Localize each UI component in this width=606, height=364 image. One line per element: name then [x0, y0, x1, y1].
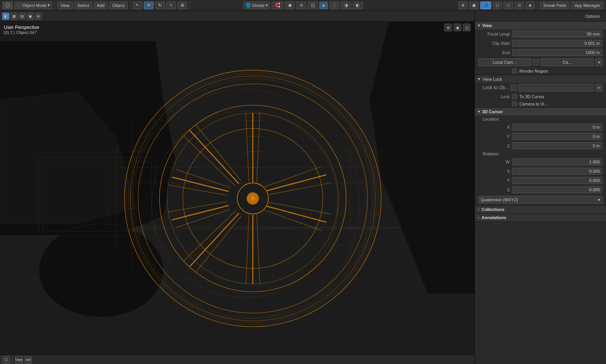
cursor-z-value[interactable]: 0 m: [512, 142, 602, 149]
object-menu[interactable]: Object: [109, 2, 128, 9]
tool-cursor[interactable]: ↖: [133, 2, 142, 9]
tool-transform[interactable]: ⊞: [178, 2, 187, 9]
lock-3d-cursor-row: Lock To 3D Cursor: [475, 93, 606, 100]
focal-length-value[interactable]: 50 mm: [512, 31, 602, 37]
cursor-3d-header[interactable]: ▾ 3D Cursor: [475, 108, 606, 116]
camera-close-btn[interactable]: ✕: [595, 58, 603, 66]
tool-move[interactable]: ✛: [144, 2, 154, 9]
tool-icon-5[interactable]: ⊞: [35, 13, 42, 20]
view-section-header[interactable]: ▾ View: [475, 22, 606, 29]
clip-start-label: Clip Start: [479, 41, 510, 46]
vp-editor-type[interactable]: ⬡: [2, 356, 10, 364]
view-section: ▾ View Focal Lengt 50 mm Clip Start 0.00…: [475, 22, 606, 75]
view-lock-section: ▾ View Lock Lock to Ob... ✏ Lock To 3D C…: [475, 75, 606, 108]
cursor-w-value[interactable]: 1.000: [512, 158, 602, 165]
local-cam-row: Local Cam... Ca... ✕: [475, 57, 606, 67]
viewport-area[interactable]: User Perspective (0) 2 | Object.047 ⊕ ◉ …: [0, 22, 475, 364]
editor-icon-7[interactable]: ◈: [526, 2, 535, 9]
overlay-tool[interactable]: ⊙: [297, 2, 306, 9]
camera-btn[interactable]: Ca...: [541, 58, 594, 66]
shading-material[interactable]: ◑: [341, 2, 351, 9]
xray-tool[interactable]: ◫: [308, 2, 318, 9]
vp-xray-toggle[interactable]: ◫: [463, 24, 471, 31]
vp-overlay-toggle[interactable]: ◉: [454, 24, 461, 31]
editor-icon-3[interactable]: 🔵: [480, 2, 491, 9]
editor-icon-1[interactable]: ⊕: [458, 2, 468, 9]
tool-scale[interactable]: ⤡: [166, 2, 176, 9]
cursor-rx-value[interactable]: 0.000: [512, 168, 602, 175]
right-panel-header: Options: [475, 11, 606, 22]
mode-label: Object Mode: [22, 3, 46, 8]
collections-section: › Collections: [475, 206, 606, 214]
cursor-ry-value[interactable]: 0.000: [512, 177, 602, 184]
location-header-label: Location:: [479, 117, 500, 121]
annotations-arrow: ›: [478, 216, 479, 219]
editor-icon-4[interactable]: ◻: [493, 2, 502, 9]
render-region-checkbox[interactable]: [512, 68, 517, 73]
proportional-edit[interactable]: ◉: [285, 2, 295, 9]
viewport-header-toolbar: ◧ ▦ ▤ ▣ ⊞: [0, 11, 475, 22]
shading-wire[interactable]: ◌: [329, 2, 340, 9]
sneak-peek-button[interactable]: Sneak Peek: [540, 2, 570, 9]
lock-obj-checkbox[interactable]: [510, 85, 517, 91]
globe-icon: 🌐: [246, 3, 251, 8]
clip-end-value[interactable]: 1000 m: [512, 49, 602, 56]
clip-start-row: Clip Start 0.001 m: [475, 39, 606, 48]
vp-select-menu-bottom[interactable]: Sel: [24, 356, 32, 364]
camera-to-vi-label: Camera to Vi...: [519, 102, 548, 106]
cursor-rz-label: Z: [479, 187, 510, 192]
editor-icon-2[interactable]: ▣: [469, 2, 479, 9]
camera-to-vi-checkbox[interactable]: [512, 101, 517, 106]
cursor-ry-label: Y: [479, 178, 510, 183]
annotations-header[interactable]: › Annotations: [475, 214, 606, 221]
shading-render[interactable]: ◐: [353, 2, 363, 9]
tool-rotate[interactable]: ↻: [155, 2, 165, 9]
tool-icon-4[interactable]: ▣: [27, 13, 34, 20]
object-mode-dropdown[interactable]: ⬛ Object Mode ▾: [14, 2, 52, 9]
cursor-rz-value[interactable]: 0.000: [512, 186, 602, 193]
transform-dropdown[interactable]: 🌐 Global ▾: [243, 2, 270, 9]
vp-view-menu[interactable]: View: [15, 356, 23, 364]
rotation-mode-arrow: ▾: [598, 197, 600, 202]
render-region-row: Render Region: [475, 67, 606, 75]
cursor-x-value[interactable]: 0 m: [512, 124, 602, 131]
to-3d-cursor-label: To 3D Cursor: [519, 94, 545, 99]
editor-icon-5[interactable]: ⬡: [504, 2, 513, 9]
collections-header[interactable]: › Collections: [475, 206, 606, 213]
view-menu[interactable]: View: [57, 2, 73, 9]
clip-start-value[interactable]: 0.001 m: [512, 40, 602, 47]
camera-to-view-row: Camera to Vi...: [475, 100, 606, 107]
vp-gizmo-toggle[interactable]: ⊕: [444, 24, 452, 31]
tool-icon-3[interactable]: ▤: [19, 13, 26, 20]
view-lock-header[interactable]: ▾ View Lock: [475, 75, 606, 83]
collections-arrow: ›: [478, 208, 479, 211]
clip-end-label: End: [479, 50, 510, 55]
blender-icon-btn[interactable]: ⬡: [2, 2, 13, 9]
magnet-tool[interactable]: 🧲: [272, 2, 283, 9]
local-cam-checkbox[interactable]: [533, 59, 539, 65]
cursor-rz-row: Z 0.000: [475, 185, 606, 194]
blender-icon-section: ⬡: [2, 2, 13, 9]
lock-to-obj-label: Lock to Ob...: [478, 85, 509, 90]
right-panel-content[interactable]: ▾ View Focal Lengt 50 mm Clip Start 0.00…: [475, 22, 606, 364]
app-manager-button[interactable]: App Manager: [571, 2, 604, 9]
mode-dropdown-arrow: ▾: [48, 3, 50, 8]
lock-cam-btn[interactable]: [518, 84, 594, 92]
view-lock-title: View Lock: [483, 77, 502, 82]
select-menu[interactable]: Select: [74, 2, 92, 9]
shading-solid[interactable]: ●: [319, 2, 328, 9]
add-menu[interactable]: Add: [94, 2, 108, 9]
rotation-mode-dropdown[interactable]: Quaternion (WXYZ) ▾: [478, 196, 603, 204]
to-3d-cursor-checkbox[interactable]: [512, 94, 517, 99]
editor-icon-6[interactable]: ⊙: [515, 2, 524, 9]
viewport-bottom-bar: ⬡ View Sel: [0, 355, 475, 364]
location-header-row: Location:: [475, 116, 606, 122]
local-cam-btn[interactable]: Local Cam...: [478, 58, 531, 66]
rotation-mode-label: Quaternion (WXYZ): [481, 197, 518, 202]
lock-eyedropper-btn[interactable]: ✏: [595, 84, 603, 92]
cursor-y-value[interactable]: 0 m: [512, 133, 602, 140]
tool-icon-2[interactable]: ▦: [10, 13, 17, 20]
focal-length-row: Focal Lengt 50 mm: [475, 29, 606, 39]
cursor-x-row: X 0 m: [475, 122, 606, 132]
tool-icon-1[interactable]: ◧: [2, 13, 9, 20]
